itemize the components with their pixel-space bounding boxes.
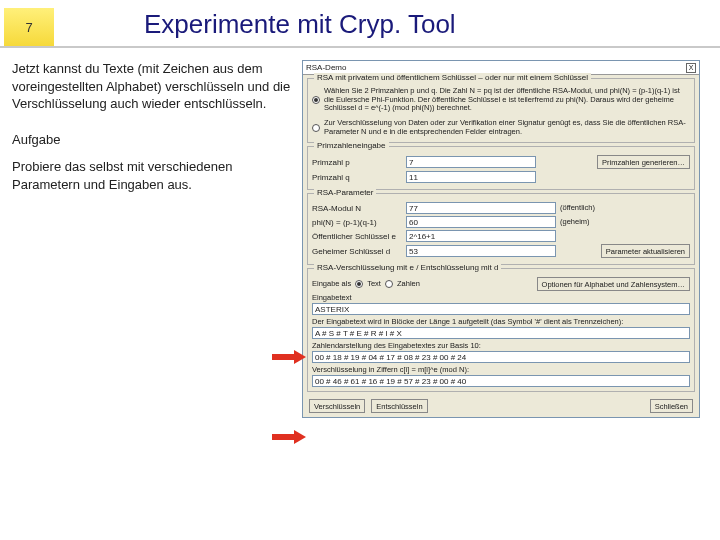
modul-n-input[interactable]: 77 — [406, 202, 556, 214]
task-heading: Aufgabe — [12, 131, 302, 149]
modul-n-note: (öffentlich) — [560, 204, 595, 213]
base-field[interactable]: 00 # 18 # 19 # 04 # 17 # 08 # 23 # 00 # … — [312, 351, 690, 363]
radio-fullkey[interactable] — [312, 96, 320, 104]
group-primes: Primzahleneingabe Primzahl p 7 Primzahle… — [307, 146, 695, 190]
group-rsaparams: RSA-Parameter RSA-Modul N 77 (öffentlich… — [307, 193, 695, 265]
dialog-window: RSA-Demo X RSA mit privatem und öffentli… — [302, 60, 700, 418]
alphabet-options-button[interactable]: Optionen für Alphabet und Zahlensystem… — [537, 277, 690, 291]
pubkey-e-input[interactable]: 2^16+1 — [406, 230, 556, 242]
prime-q-input[interactable]: 11 — [406, 171, 536, 183]
seckey-d-input[interactable]: 53 — [406, 245, 556, 257]
phi-label: phi(N) = (p-1)(q-1) — [312, 218, 402, 227]
radio-pubonly-label: Zur Verschlüsselung von Daten oder zur V… — [324, 119, 690, 136]
inputtext-field[interactable]: ASTERIX — [312, 303, 690, 315]
radio-numbers[interactable] — [385, 280, 393, 288]
close-icon[interactable]: X — [686, 63, 696, 73]
slide-title: Experimente mit Cryp. Tool — [144, 9, 456, 40]
slide-header: 7 Experimente mit Cryp. Tool — [0, 0, 720, 48]
intro-paragraph: Jetzt kannst du Texte (mit Zeichen aus d… — [12, 60, 302, 113]
encrypt-button[interactable]: Verschlüsseln — [309, 399, 365, 413]
phi-input[interactable]: 60 — [406, 216, 556, 228]
group-encrypt: RSA-Verschlüsselung mit e / Entschlüssel… — [307, 268, 695, 392]
inputtext-label: Eingabetext — [312, 293, 690, 302]
radio-fullkey-label: Wählen Sie 2 Primzahlen p und q. Die Zah… — [324, 87, 690, 113]
window-title: RSA-Demo — [306, 63, 346, 72]
radio-text-label: Text — [367, 280, 381, 289]
group-keymode: RSA mit privatem und öffentlichem Schlüs… — [307, 78, 695, 143]
callout-arrow-numbers — [272, 430, 306, 444]
update-params-button[interactable]: Parameter aktualisieren — [601, 244, 690, 258]
group-keymode-legend: RSA mit privatem und öffentlichem Schlüs… — [314, 73, 591, 82]
screenshot-column: RSA-Demo X RSA mit privatem und öffentli… — [302, 60, 712, 418]
input-as-label: Eingabe als — [312, 280, 351, 289]
slide-body: Jetzt kannst du Texte (mit Zeichen aus d… — [0, 48, 720, 418]
radio-text[interactable] — [355, 280, 363, 288]
cipher-label: Verschlüsselung in Ziffern c[i] = m[i]^e… — [312, 365, 690, 374]
generate-primes-button[interactable]: Primzahlen generieren… — [597, 155, 690, 169]
callout-arrow-input — [272, 350, 306, 364]
close-button[interactable]: Schließen — [650, 399, 693, 413]
group-rsaparams-legend: RSA-Parameter — [314, 188, 376, 197]
prime-p-label: Primzahl p — [312, 158, 402, 167]
cipher-field[interactable]: 00 # 46 # 61 # 16 # 19 # 57 # 23 # 00 # … — [312, 375, 690, 387]
blocks-field[interactable]: A # S # T # E # R # I # X — [312, 327, 690, 339]
text-column: Jetzt kannst du Texte (mit Zeichen aus d… — [12, 60, 302, 418]
task-paragraph: Probiere das selbst mit verschiedenen Pa… — [12, 158, 302, 193]
blocks-label: Der Eingabetext wird in Blöcke der Länge… — [312, 317, 690, 326]
phi-note: (geheim) — [560, 218, 590, 227]
modul-n-label: RSA-Modul N — [312, 204, 402, 213]
seckey-d-label: Geheimer Schlüssel d — [312, 247, 402, 256]
radio-numbers-label: Zahlen — [397, 280, 420, 289]
base-label: Zahlendarstellung des Eingabetextes zur … — [312, 341, 690, 350]
decrypt-button[interactable]: Entschlüsseln — [371, 399, 427, 413]
group-encrypt-legend: RSA-Verschlüsselung mit e / Entschlüssel… — [314, 263, 501, 272]
prime-p-input[interactable]: 7 — [406, 156, 536, 168]
prime-q-label: Primzahl q — [312, 173, 402, 182]
page-number-badge: 7 — [4, 8, 54, 46]
group-primes-legend: Primzahleneingabe — [314, 141, 389, 150]
pubkey-e-label: Öffentlicher Schlüssel e — [312, 232, 402, 241]
dialog-footer: Verschlüsseln Entschlüsseln Schließen — [303, 395, 699, 417]
radio-pubonly[interactable] — [312, 124, 320, 132]
